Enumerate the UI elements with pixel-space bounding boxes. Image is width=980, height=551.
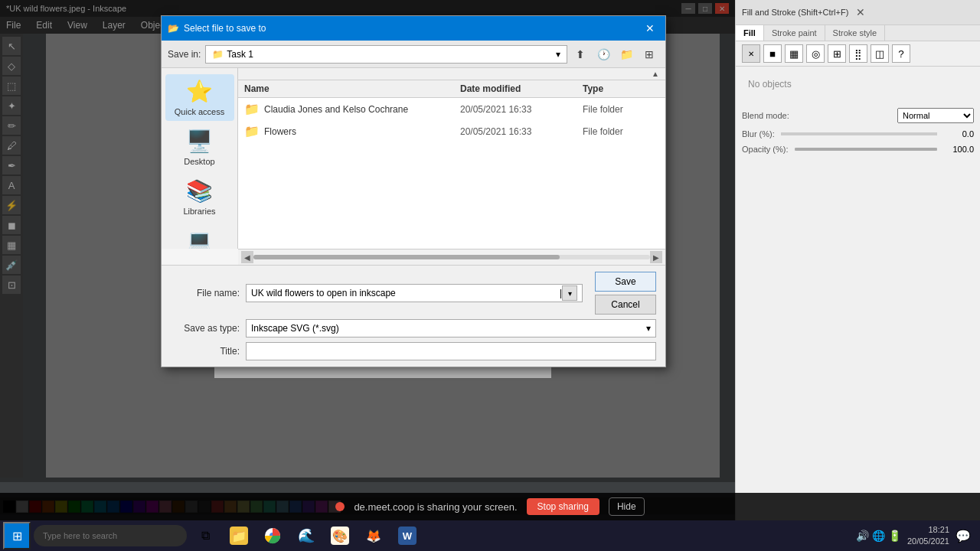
folder-icon-claudia: 📁: [244, 102, 260, 116]
fill-mesh-btn[interactable]: ⊞: [828, 44, 846, 63]
blur-bar: [781, 132, 937, 135]
scroll-left-btn[interactable]: ◀: [241, 251, 253, 263]
fill-none-btn[interactable]: ✕: [742, 44, 760, 63]
header-type[interactable]: Type: [583, 83, 659, 94]
blend-mode-select[interactable]: Normal Multiply Screen: [897, 108, 974, 123]
file-list-header: Name Date modified Type: [238, 80, 665, 98]
title-form-label: Title:: [171, 346, 240, 357]
sidebar-quick-access[interactable]: ⭐ Quick access: [165, 74, 234, 121]
horizontal-scrollbar: ◀ ▶: [238, 249, 665, 265]
header-name[interactable]: Name: [244, 83, 460, 94]
libraries-icon: 📚: [186, 178, 213, 204]
filename-value: UK wild flowers to open in inkscape: [251, 288, 560, 298]
taskbar-app-firefox[interactable]: 🦊: [358, 522, 389, 549]
opacity-label: Opacity (%):: [742, 145, 789, 154]
file-type-claudia: File folder: [583, 104, 659, 115]
opacity-row: Opacity (%): 100.0: [736, 142, 980, 157]
dialog-title: Select file to save to: [184, 23, 266, 34]
taskbar-app-edge[interactable]: 🌊: [291, 522, 322, 549]
taskbar-app-inkscape[interactable]: 🎨: [325, 522, 355, 549]
taskbar-right: 🔊 🌐 🔋 18:21 20/05/2021 💬: [856, 524, 977, 548]
dialog-close-button[interactable]: ✕: [641, 19, 659, 37]
hide-button[interactable]: Hide: [609, 497, 645, 516]
dialog-sidebar: ⭐ Quick access 🖥️ Desktop 📚 Libraries 💻 …: [162, 68, 238, 249]
save-in-label: Save in:: [168, 49, 201, 60]
dialog-body: ⭐ Quick access 🖥️ Desktop 📚 Libraries 💻 …: [162, 68, 665, 249]
save-dialog: 📂 Select file to save to ✕ Save in: 📁 Ta…: [161, 15, 666, 367]
taskbar-icons-area: 🔊 🌐 🔋: [856, 530, 901, 542]
cancel-button[interactable]: Cancel: [595, 295, 656, 315]
chrome-icon: [263, 527, 282, 545]
tab-fill[interactable]: Fill: [736, 25, 764, 41]
sharing-indicator: [335, 502, 345, 511]
filename-input-container[interactable]: UK wild flowers to open in inkscape | ▾: [246, 284, 583, 302]
sidebar-desktop[interactable]: 🖥️ Desktop: [165, 124, 234, 171]
scroll-track[interactable]: [253, 255, 650, 259]
toolbar-recent-btn[interactable]: 🕐: [593, 44, 613, 64]
dialog-icon: 📂: [168, 23, 179, 34]
save-in-dropdown[interactable]: 📁 Task 1 ▾: [205, 45, 567, 64]
file-name-claudia: 📁 Claudia Jones and Kelso Cochrane: [244, 102, 460, 116]
table-row[interactable]: 📁 Claudia Jones and Kelso Cochrane 20/05…: [238, 98, 665, 120]
tab-stroke-style[interactable]: Stroke style: [825, 25, 885, 41]
right-panel-title: Fill and Stroke (Shift+Ctrl+F): [742, 8, 848, 17]
sharing-message: de.meet.coop is sharing your screen.: [354, 501, 517, 513]
toolbar-up-btn[interactable]: ⬆: [570, 44, 590, 64]
right-panel-tabs: Fill Stroke paint Stroke style: [736, 25, 980, 41]
sidebar-this-pc[interactable]: 💻 This PC: [165, 223, 234, 249]
right-panel-close[interactable]: ✕: [851, 3, 870, 21]
save-in-chevron: ▾: [556, 49, 560, 60]
save-type-row: Save as type: Inkscape SVG (*.svg) ▾: [171, 319, 656, 337]
taskbar-app-file-explorer[interactable]: 📁: [224, 522, 254, 549]
filename-label: File name:: [171, 288, 240, 298]
taskbar-search-input[interactable]: [34, 525, 187, 546]
right-panel-header: Fill and Stroke (Shift+Ctrl+F) ✕: [736, 0, 980, 25]
start-button[interactable]: ⊞: [3, 522, 31, 549]
this-pc-icon: 💻: [186, 228, 213, 249]
title-input[interactable]: [246, 342, 656, 360]
file-name-flowers: 📁 Flowers: [244, 124, 460, 139]
stop-sharing-button[interactable]: Stop sharing: [527, 498, 599, 515]
word-icon: W: [398, 527, 416, 545]
table-row[interactable]: 📁 Flowers 20/05/2021 16:33 File folder: [238, 120, 665, 142]
save-button[interactable]: Save: [595, 272, 656, 292]
sort-arrow: ▲: [652, 70, 659, 78]
save-type-chevron: ▾: [646, 323, 651, 334]
header-date[interactable]: Date modified: [460, 83, 583, 94]
taskbar-app-task-view[interactable]: ⧉: [190, 522, 220, 549]
file-date-claudia: 20/05/2021 16:33: [460, 104, 583, 115]
file-date-flowers: 20/05/2021 16:33: [460, 126, 583, 137]
dialog-toolbar: Save in: 📁 Task 1 ▾ ⬆ 🕐 📁 ⊞: [162, 41, 665, 68]
title-row: Title:: [171, 342, 656, 360]
filename-row: File name: UK wild flowers to open in in…: [171, 272, 656, 315]
scroll-right-btn[interactable]: ▶: [650, 251, 662, 263]
opacity-bar: [795, 148, 937, 151]
sharing-bar: de.meet.coop is sharing your screen. Sto…: [0, 493, 980, 520]
save-type-label: Save as type:: [171, 323, 240, 334]
tab-stroke-paint[interactable]: Stroke paint: [764, 25, 825, 41]
save-in-container: Save in: 📁 Task 1 ▾: [168, 45, 567, 64]
fill-radial-btn[interactable]: ◎: [806, 44, 825, 63]
fill-solid-btn[interactable]: ■: [763, 44, 782, 63]
fill-options-row: ✕ ■ ▦ ◎ ⊞ ⣿ ◫ ?: [736, 41, 980, 67]
fill-unknown-btn[interactable]: ?: [892, 44, 910, 63]
notification-icon[interactable]: 💬: [956, 529, 971, 543]
fill-linear-btn[interactable]: ▦: [785, 44, 803, 63]
fill-pattern-btn[interactable]: ⣿: [849, 44, 867, 63]
edge-icon: 🌊: [297, 527, 315, 545]
libraries-label: Libraries: [183, 207, 215, 216]
task-view-icon: ⧉: [196, 527, 214, 545]
blur-value: 0.0: [943, 129, 974, 139]
blur-row: Blur (%): 0.0: [736, 126, 980, 142]
filename-dropdown-btn[interactable]: ▾: [562, 285, 577, 301]
save-type-dropdown[interactable]: Inkscape SVG (*.svg) ▾: [246, 319, 656, 337]
dialog-file-area: ▲ Name Date modified Type 📁 Claudia Jone…: [238, 68, 665, 249]
toolbar-new-folder-btn[interactable]: 📁: [616, 44, 636, 64]
sidebar-libraries[interactable]: 📚 Libraries: [165, 174, 234, 220]
taskbar-app-word[interactable]: W: [392, 522, 423, 549]
taskbar-app-chrome[interactable]: [257, 522, 288, 549]
dialog-title-text: 📂 Select file to save to: [168, 23, 266, 34]
toolbar-view-btn[interactable]: ⊞: [639, 44, 659, 64]
right-panel: Fill and Stroke (Shift+Ctrl+F) ✕ Fill St…: [735, 0, 980, 551]
fill-swatch-btn[interactable]: ◫: [871, 44, 889, 63]
